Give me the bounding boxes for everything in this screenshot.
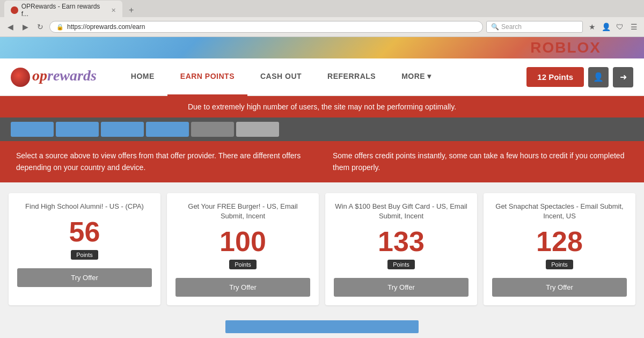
lock-icon: 🔒 — [56, 24, 64, 31]
points-button[interactable]: 12 Points — [526, 67, 584, 87]
addon-icon[interactable]: 🛡 — [614, 21, 626, 33]
site-logo[interactable]: oprewards — [11, 67, 97, 87]
nav-home[interactable]: HOME — [118, 58, 167, 96]
browser-chrome: OPRewards - Earn rewards f... ✕ + ◀ ▶ ↻ … — [0, 0, 644, 37]
info-left: Select a source above to view offers fro… — [16, 150, 311, 174]
search-icon: 🔍 — [491, 23, 499, 31]
filter-tab-3[interactable] — [101, 122, 144, 137]
offer-card-4: Get Snapchat Spectacles - Email Submit, … — [484, 193, 635, 305]
nav-earn-points[interactable]: EARN POINTS — [167, 58, 247, 96]
logout-icon-button[interactable]: ➜ — [613, 67, 633, 87]
info-left-text: Select a source above to view offers fro… — [16, 151, 301, 172]
user-icon-button[interactable]: 👤 — [588, 67, 609, 87]
try-offer-button-3[interactable]: Try Offer — [334, 278, 469, 297]
offer-title-3: Win A $100 Best Buy Gift Card - US, Emai… — [334, 202, 469, 221]
nav-cash-out[interactable]: CASH OUT — [247, 58, 314, 96]
offer-points-badge-1: Points — [71, 250, 98, 260]
try-offer-button-2[interactable]: Try Offer — [175, 278, 310, 297]
active-tab[interactable]: OPRewards - Earn rewards f... ✕ — [4, 1, 122, 20]
new-tab-button[interactable]: + — [126, 5, 137, 15]
offer-title-1: Find High School Alumni! - US - (CPA) — [25, 202, 144, 211]
site-content: oprewards HOME EARN POINTS CASH OUT REFE… — [0, 58, 644, 337]
tab-title: OPRewards - Earn rewards f... — [21, 3, 107, 18]
profile-icon[interactable]: 👤 — [600, 21, 612, 33]
offer-points-badge-4: Points — [546, 260, 573, 269]
back-button[interactable]: ◀ — [4, 21, 16, 33]
offers-grid: Find High School Alumni! - US - (CPA) 56… — [9, 193, 635, 305]
offer-points-badge-2: Points — [229, 260, 257, 269]
refresh-button[interactable]: ↻ — [34, 21, 46, 33]
try-offer-button-4[interactable]: Try Offer — [492, 278, 627, 297]
ad-banner[interactable] — [225, 320, 419, 333]
search-input[interactable]: 🔍 Search — [486, 21, 583, 33]
nav-links: HOME EARN POINTS CASH OUT REFERRALS MORE… — [118, 58, 527, 96]
offer-title-2: Get Your FREE Burger! - US, Email Submit… — [175, 202, 310, 221]
logo-rewards: rewards — [47, 67, 97, 84]
logo-op: op — [32, 67, 47, 84]
offer-points-3: 133 — [378, 227, 425, 255]
filter-tab-4[interactable] — [146, 122, 189, 137]
info-right: Some offers credit points instantly, som… — [333, 150, 628, 174]
offers-section: Find High School Alumni! - US - (CPA) 56… — [0, 182, 644, 316]
offer-points-4: 128 — [536, 227, 583, 255]
filter-tab-1[interactable] — [11, 122, 54, 137]
info-right-text: Some offers credit points instantly, som… — [333, 151, 624, 172]
try-offer-button-1[interactable]: Try Offer — [17, 268, 152, 287]
ad-bar — [0, 316, 644, 337]
info-section: Select a source above to view offers fro… — [0, 141, 644, 182]
search-placeholder: Search — [501, 23, 522, 31]
alert-banner: Due to extremely high number of users, t… — [0, 96, 644, 117]
alert-text: Due to extremely high number of users, t… — [188, 102, 456, 111]
logout-icon: ➜ — [620, 72, 627, 82]
offer-card-1: Find High School Alumni! - US - (CPA) 56… — [9, 193, 160, 305]
chevron-down-icon: ▾ — [427, 72, 431, 80]
filter-tab-2[interactable] — [56, 122, 99, 137]
filter-area — [0, 117, 644, 141]
menu-icon[interactable]: ☰ — [628, 21, 640, 33]
offer-card-3: Win A $100 Best Buy Gift Card - US, Emai… — [325, 193, 477, 305]
navbar: oprewards HOME EARN POINTS CASH OUT REFE… — [0, 58, 644, 96]
url-input[interactable]: 🔒 https://oprewards.com/earn — [49, 21, 483, 33]
roblox-text: ROBLOX — [530, 39, 601, 56]
logo-icon — [11, 68, 30, 87]
offer-points-badge-3: Points — [387, 260, 415, 269]
tab-favicon — [11, 6, 18, 14]
toolbar-icons: ★ 👤 🛡 ☰ — [586, 21, 640, 33]
offer-points-1: 56 — [69, 218, 100, 246]
bookmark-icon[interactable]: ★ — [586, 21, 598, 33]
background-strip: ROBLOX — [0, 37, 644, 58]
filter-tab-6[interactable] — [236, 122, 279, 137]
nav-right: 12 Points 👤 ➜ — [526, 67, 633, 87]
tab-close-button[interactable]: ✕ — [111, 7, 116, 14]
offer-title-4: Get Snapchat Spectacles - Email Submit, … — [492, 202, 627, 221]
nav-more[interactable]: MORE ▾ — [389, 58, 444, 96]
filter-tab-5[interactable] — [191, 122, 234, 137]
forward-button[interactable]: ▶ — [19, 21, 31, 33]
url-text: https://oprewards.com/earn — [67, 23, 145, 31]
offer-points-2: 100 — [219, 227, 266, 255]
user-icon: 👤 — [593, 72, 604, 82]
offer-card-2: Get Your FREE Burger! - US, Email Submit… — [167, 193, 319, 305]
tab-bar: OPRewards - Earn rewards f... ✕ + — [0, 0, 644, 17]
nav-referrals[interactable]: REFERRALS — [314, 58, 389, 96]
address-bar: ◀ ▶ ↻ 🔒 https://oprewards.com/earn 🔍 Sea… — [0, 17, 644, 36]
